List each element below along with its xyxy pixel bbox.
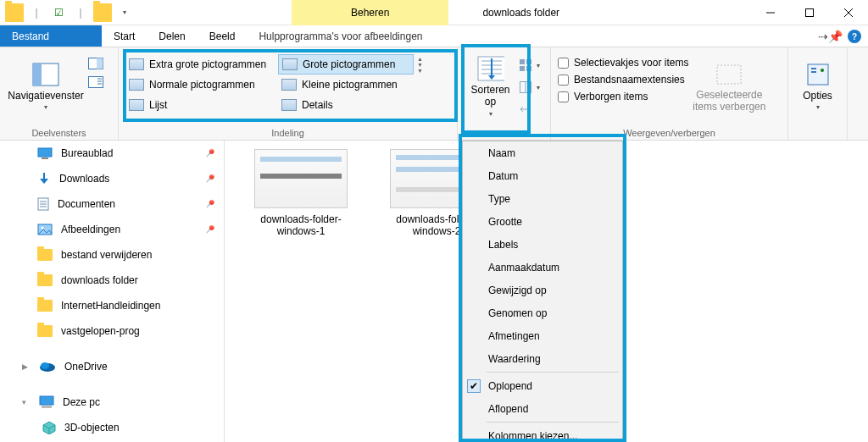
layout-icon [281, 99, 297, 111]
chevron-down-icon: ▾ [489, 110, 492, 119]
layout-large[interactable]: Grote pictogrammen [278, 54, 414, 75]
sort-option-name[interactable]: Naam [463, 141, 622, 164]
folder-icon [37, 274, 53, 286]
navigation-pane-button[interactable]: Navigatievenster ▾ [7, 51, 85, 122]
sort-option-date[interactable]: Datum [463, 164, 622, 187]
svg-rect-8 [89, 77, 103, 88]
checkbox[interactable] [558, 91, 569, 102]
sort-option-labels[interactable]: Labels [463, 233, 622, 256]
sort-option-size[interactable]: Grootte [463, 210, 622, 233]
pin-icon[interactable]: ⇢📌 [818, 30, 843, 43]
layout-large-label: Grote pictogrammen [303, 58, 395, 70]
menu-separator [487, 422, 619, 423]
tab-view[interactable]: Beeld [198, 25, 248, 47]
sort-option-taken[interactable]: Genomen op [463, 301, 622, 324]
title-bar: | ☑ | ▾ Beheren downloads folder [0, 0, 868, 25]
check-extensions[interactable]: Bestandsnaamextensies [558, 71, 688, 88]
svg-rect-29 [811, 71, 816, 73]
hide-selected-button[interactable]: Geselecteerde items verbergen [688, 51, 770, 122]
layout-small[interactable]: Kleine pictogrammen [278, 75, 414, 95]
maximize-button[interactable] [790, 0, 829, 25]
menu-label: Genomen op [488, 307, 547, 319]
tab-share[interactable]: Delen [147, 25, 197, 47]
tab-picture-tools[interactable]: Hulpprogramma's voor afbeeldingen [247, 25, 434, 47]
sidebar-item-folder-2[interactable]: downloads folder [0, 268, 224, 293]
minimize-button[interactable] [751, 0, 790, 25]
tabs-right-controls: ⇢📌 ? [818, 25, 861, 47]
cube-icon [42, 421, 56, 434]
sidebar-item-onedrive[interactable]: ▶OneDrive [0, 354, 224, 379]
pin-icon: 📍 [201, 145, 217, 161]
checkbox[interactable] [558, 58, 569, 69]
options-button[interactable]: Opties ▾ [795, 51, 840, 122]
sidebar-item-documents[interactable]: Documenten📍 [0, 191, 224, 217]
sidebar-item-folder-4[interactable]: vastgelopen-prog [0, 318, 224, 344]
sidebar-label: Bureaublad [61, 147, 113, 159]
ribbon-group-options: Opties ▾ [788, 47, 848, 140]
content-area[interactable]: downloads-folder-windows-1 downloads-fol… [225, 141, 868, 442]
layout-normal[interactable]: Normale pictogrammen [125, 75, 278, 95]
contextual-tab-label: Beheren [351, 7, 389, 19]
options-icon [804, 61, 832, 88]
close-button[interactable] [829, 0, 868, 25]
layout-list[interactable]: Lijst [125, 95, 278, 115]
pc-icon [39, 395, 54, 409]
sidebar-label: Afbeeldingen [61, 224, 120, 235]
downloads-icon [37, 172, 51, 185]
pin-icon: 📍 [201, 221, 217, 237]
menu-label: Aanmaakdatum [488, 262, 559, 273]
sidebar-item-folder-1[interactable]: bestand verwijderen [0, 242, 224, 268]
layout-spin[interactable]: ▲▼▼ [417, 56, 423, 74]
sidebar-item-folder-3[interactable]: InternetHandleidingen [0, 293, 224, 318]
ribbon-group-currentview: Sorteren op ▾ ▾ ▾ [458, 47, 551, 140]
menu-label: Afmetingen [488, 330, 540, 342]
file-item[interactable]: downloads-folder-windows-1 [250, 149, 352, 237]
sort-by-icon [477, 55, 504, 82]
qat-properties-icon[interactable]: ☑ [49, 3, 68, 22]
menu-separator [487, 372, 619, 373]
layout-list-label: Lijst [149, 99, 167, 111]
add-columns-button[interactable]: ▾ [516, 80, 543, 95]
sort-by-button[interactable]: Sorteren op ▾ [465, 51, 516, 122]
check-hidden-items[interactable]: Verborgen items [558, 88, 688, 105]
preview-pane-button[interactable] [85, 56, 107, 71]
layout-extra-large[interactable]: Extra grote pictogrammen [125, 54, 278, 75]
sort-option-rating[interactable]: Waardering [463, 347, 622, 370]
sidebar-label: Deze pc [63, 396, 100, 408]
ribbon-group-layout: Extra grote pictogrammen Grote pictogram… [119, 47, 458, 140]
sort-option-created[interactable]: Aanmaakdatum [463, 256, 622, 279]
sidebar-item-3dobjects[interactable]: 3D-objecten [0, 415, 224, 440]
sort-order-ascending[interactable]: ✔Oplopend [463, 374, 622, 397]
check-label: Bestandsnaamextensies [574, 74, 685, 86]
pin-icon: 📍 [201, 196, 217, 212]
tab-start[interactable]: Start [102, 25, 147, 47]
sort-option-modified[interactable]: Gewijzigd op [463, 279, 622, 301]
tab-file[interactable]: Bestand [0, 25, 102, 47]
qat-folder-icon[interactable] [93, 3, 112, 22]
onedrive-icon [39, 361, 56, 373]
sort-choose-columns[interactable]: Kolommen kiezen... [463, 424, 622, 442]
size-columns-button[interactable] [516, 102, 543, 117]
checkbox[interactable] [558, 75, 569, 86]
sidebar-item-pictures[interactable]: Afbeeldingen📍 [0, 217, 224, 242]
chevron-down-icon: ▾ [22, 398, 31, 406]
menu-label: Waardering [488, 353, 541, 365]
ribbon: Navigatievenster ▾ Deelvensters Extra gr… [0, 47, 868, 141]
sidebar-item-thispc[interactable]: ▾Deze pc [0, 390, 224, 415]
check-item-checkboxes[interactable]: Selectievakjes voor items [558, 54, 688, 71]
layout-details[interactable]: Details [278, 95, 414, 115]
details-pane-button[interactable] [85, 75, 107, 90]
qat-dropdown-icon[interactable]: ▾ [115, 3, 134, 22]
navigation-tree[interactable]: Bureaublad📍 Downloads📍 Documenten📍 Afbee… [0, 141, 225, 442]
sidebar-item-downloads[interactable]: Downloads📍 [0, 166, 224, 191]
sort-option-dimensions[interactable]: Afmetingen [463, 324, 622, 347]
sort-option-type[interactable]: Type [463, 187, 622, 210]
tab-file-label: Bestand [12, 30, 49, 42]
layout-small-label: Kleine pictogrammen [302, 79, 398, 91]
menu-label: Grootte [488, 216, 522, 228]
svg-rect-27 [808, 64, 828, 85]
sidebar-item-desktop[interactable]: Bureaublad📍 [0, 141, 224, 166]
group-by-button[interactable]: ▾ [516, 58, 543, 73]
sort-order-descending[interactable]: Aflopend [463, 397, 622, 420]
help-icon[interactable]: ? [848, 30, 861, 43]
